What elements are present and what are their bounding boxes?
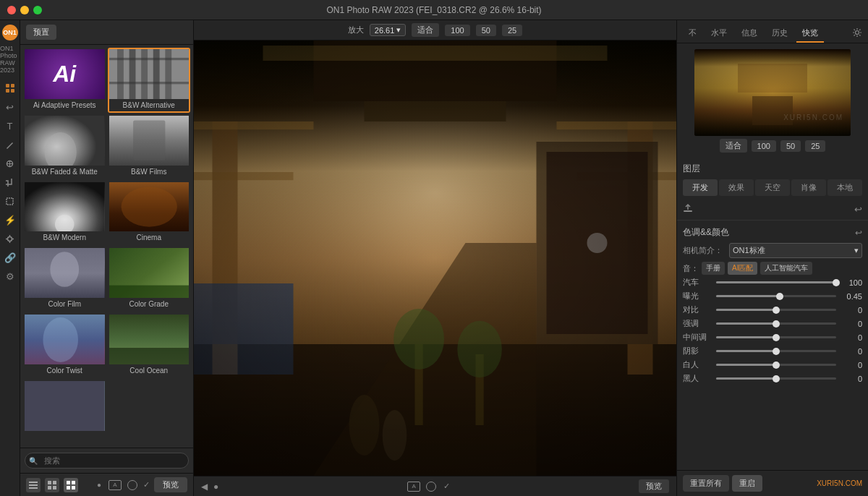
thumb-50-btn[interactable]: 50 (780, 140, 801, 152)
slider-blacks-thumb[interactable] (773, 375, 780, 382)
slider-midtones-thumb[interactable] (773, 334, 780, 341)
slider-highlights-track[interactable] (716, 322, 836, 325)
tool-text[interactable]: T (1, 117, 19, 134)
slider-exposure-thumb[interactable] (776, 293, 783, 300)
tab-horizontal[interactable]: 水平 (705, 25, 733, 43)
slider-whites-thumb[interactable] (773, 362, 780, 369)
tool-undo[interactable]: ↩ (1, 98, 19, 116)
tab-local[interactable]: 本地 (827, 179, 862, 196)
preset-item-next1[interactable] (23, 380, 106, 445)
svg-rect-14 (117, 49, 124, 99)
slider-car-thumb[interactable] (833, 279, 840, 286)
zoom-50-button[interactable]: 50 (476, 25, 496, 36)
checkmark-icon-bottom[interactable]: ✓ (443, 482, 450, 491)
view-large-grid-icon[interactable] (64, 478, 78, 492)
preset-label-cool-ocean: Cool Ocean (109, 364, 190, 377)
reset-button[interactable]: 重启 (732, 475, 762, 492)
tool-presets[interactable] (1, 80, 19, 97)
svg-rect-48 (72, 486, 75, 489)
tone-manual-btn[interactable]: 手册 (702, 262, 725, 275)
tool-lightning[interactable]: ⚡ (1, 211, 19, 228)
preset-item-color-twist[interactable]: Color Twist (23, 313, 106, 378)
tab-history[interactable]: 历史 (766, 25, 793, 43)
zoom-25-button[interactable]: 25 (502, 25, 522, 36)
slider-contrast-fill (716, 309, 776, 311)
preset-item-color-film[interactable]: Color Film (23, 247, 106, 312)
slider-shadows-thumb[interactable] (773, 348, 780, 355)
view-small-grid-icon[interactable] (45, 478, 59, 492)
tab-portrait[interactable]: 肖像 (791, 179, 826, 196)
svg-rect-40 (29, 487, 38, 489)
slider-contrast-track[interactable] (716, 309, 836, 311)
tool-crop[interactable] (1, 174, 19, 191)
tone-ai-car-btn[interactable]: 人工智能汽车 (760, 262, 812, 275)
maximize-button[interactable] (33, 6, 42, 14)
preset-item-bw-faded[interactable]: B&W Faded & Matte (23, 114, 106, 179)
svg-rect-18 (165, 49, 171, 99)
tool-settings[interactable]: ⚙ (1, 268, 19, 285)
tone-ai-match-btn[interactable]: AI匹配 (728, 262, 757, 275)
image-canvas[interactable] (194, 40, 676, 476)
view-list-icon[interactable] (26, 478, 41, 492)
circle-icon[interactable] (127, 480, 137, 490)
preset-item-bw-alternative[interactable]: B&W Alternative (108, 48, 191, 113)
preset-item-ai-adaptive[interactable]: Ai Ai Adaptive Presets (23, 48, 106, 113)
preview-btn-bottom[interactable]: 预览 (639, 479, 669, 493)
slider-whites-track[interactable] (716, 364, 836, 366)
close-button[interactable] (7, 6, 16, 14)
icon-toolbar: ON1 ON1 Photo RAW 2023 ↩ T ⚡ 🔗 ⚙ (0, 20, 20, 496)
slider-car-track[interactable] (716, 281, 836, 283)
tab-sky[interactable]: 天空 (755, 179, 790, 196)
slider-shadows-track[interactable] (716, 350, 836, 352)
layer-upload-icon[interactable] (683, 203, 693, 215)
slider-midtones: 中间调 0 (683, 332, 862, 343)
presets-button[interactable]: 预置 (26, 25, 56, 40)
tool-enhance[interactable] (1, 230, 19, 247)
slider-exposure-track[interactable] (716, 295, 836, 297)
minimize-button[interactable] (20, 6, 29, 14)
slider-midtones-track[interactable] (716, 336, 836, 338)
tab-not[interactable]: 不 (683, 25, 702, 43)
tool-link[interactable]: 🔗 (1, 249, 19, 266)
preview-button[interactable]: 预览 (154, 477, 187, 492)
nav-prev-icon[interactable]: ◀ (201, 482, 208, 492)
thumb-25-btn[interactable]: 25 (805, 140, 825, 152)
frame-icon-bottom[interactable]: A (407, 482, 420, 492)
tool-brush[interactable] (1, 136, 19, 153)
thumb-fit-btn[interactable]: 适合 (720, 139, 747, 153)
zoom-100-button[interactable]: 100 (445, 25, 469, 36)
tab-quick[interactable]: 快览 (796, 25, 824, 43)
preset-label-ai-adaptive: Ai Adaptive Presets (25, 99, 105, 111)
svg-rect-15 (129, 49, 135, 99)
color-tone-undo-icon[interactable]: ↩ (855, 228, 862, 238)
slider-contrast: 对比 0 (683, 304, 862, 315)
preset-item-color-grade[interactable]: Color Grade (108, 247, 191, 312)
circle-icon-bottom[interactable] (426, 482, 436, 492)
preset-item-cool-ocean[interactable]: Cool Ocean (108, 313, 191, 378)
nav-dot-icon[interactable]: ● (213, 482, 218, 492)
thumb-100-btn[interactable]: 100 (752, 140, 776, 152)
slider-highlights-thumb[interactable] (773, 320, 780, 328)
reset-all-button[interactable]: 重置所有 (683, 475, 729, 492)
traffic-lights (7, 6, 42, 14)
zoom-fit-button[interactable]: 适合 (412, 23, 439, 37)
gear-icon[interactable] (852, 27, 862, 40)
preset-item-bw-modern[interactable]: B&W Modern (23, 181, 106, 246)
camera-dropdown[interactable]: ON1标准 ▾ (729, 243, 862, 258)
frame-icon[interactable]: A (109, 480, 122, 490)
color-tone-section: 色调&&颜色 ↩ 相机简介： ON1标准 ▾ 音： 手册 AI匹配 人工智能汽车 (677, 220, 868, 470)
checkmark-icon[interactable]: ✓ (143, 480, 150, 489)
tool-selection[interactable] (1, 192, 19, 210)
preset-thumb-bw-alternative (109, 49, 190, 99)
tab-effects[interactable]: 效果 (719, 179, 754, 196)
zoom-value-dropdown[interactable]: 26.61 ▾ (370, 24, 407, 36)
layer-undo-icon[interactable]: ↩ (854, 204, 862, 215)
tool-clone[interactable] (1, 155, 19, 172)
tab-develop[interactable]: 开发 (683, 179, 718, 196)
preset-item-bw-films[interactable]: B&W Films (108, 114, 191, 179)
tab-info[interactable]: 信息 (736, 25, 763, 43)
slider-contrast-thumb[interactable] (773, 307, 780, 314)
slider-blacks-track[interactable] (716, 377, 836, 380)
preset-item-cinema[interactable]: Cinema (108, 181, 191, 246)
search-input[interactable] (25, 453, 189, 469)
